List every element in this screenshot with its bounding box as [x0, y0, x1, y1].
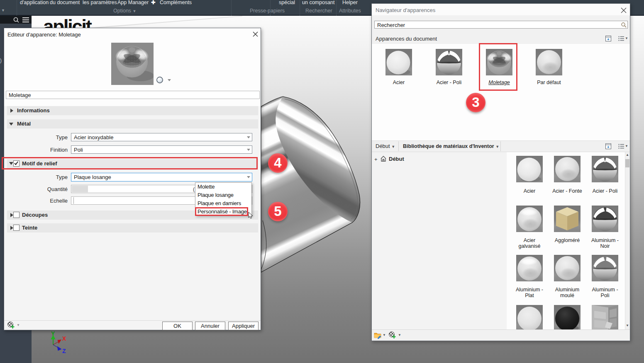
svg-text:Z: Z [62, 348, 66, 354]
svg-text:X: X [62, 335, 66, 342]
